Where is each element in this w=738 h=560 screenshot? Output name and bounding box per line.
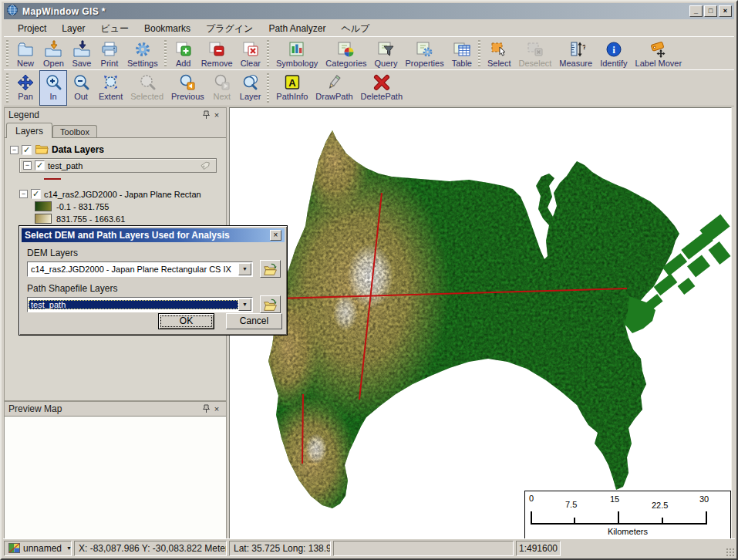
dem-layer-combobox[interactable]: c14_ras2.JGD2000 - Japan Plane Rectangul… <box>27 261 253 277</box>
menu-plugins[interactable]: プラグイン <box>198 20 261 38</box>
zoom-extent-button[interactable]: Extent <box>95 70 126 106</box>
collapse-icon[interactable]: − <box>23 161 32 170</box>
zoom-in-label: In <box>49 92 56 102</box>
zoom-in-button[interactable]: In <box>39 70 67 106</box>
properties-gear-icon <box>415 39 435 59</box>
cancel-button[interactable]: Cancel <box>226 313 282 329</box>
symbology-icon <box>287 39 307 59</box>
toolbar-grip[interactable] <box>6 40 8 66</box>
group-checkbox[interactable]: ✓ <box>22 145 32 155</box>
menu-bar: Project Layer ビュー Bookmarks プラグイン Path A… <box>4 21 734 36</box>
drawpath-pencil-icon <box>324 73 344 92</box>
dem-layer-value: c14_ras2.JGD2000 - Japan Plane Rectangul… <box>29 265 238 274</box>
preview-map-canvas[interactable] <box>5 416 226 540</box>
zoom-layer-label: Layer <box>240 92 261 102</box>
minimize-button[interactable]: _ <box>689 5 703 17</box>
collapse-icon[interactable]: − <box>10 146 19 154</box>
scale-tick-label: 0 <box>529 494 534 503</box>
folder-icon <box>35 143 49 156</box>
add-layer-icon <box>174 39 194 59</box>
pan-button[interactable]: Pan <box>12 70 39 106</box>
remove-layer-button[interactable]: Remove <box>197 37 237 69</box>
browse-dem-button[interactable] <box>260 260 281 278</box>
coordinates-readout: X: -83,087.986 Y: -30,083.822 Meters <box>74 541 227 556</box>
legend-close-icon[interactable]: × <box>211 110 222 120</box>
zoom-previous-button[interactable]: Previous <box>167 70 208 106</box>
measure-button[interactable]: ? Measure <box>555 37 596 69</box>
add-layer-button[interactable]: Add <box>170 37 197 69</box>
label-mover-label: Label Mover <box>635 59 682 69</box>
layer-checkbox[interactable]: ✓ <box>31 189 41 199</box>
dem-layers-label: DEM Layers <box>27 248 285 258</box>
settings-button[interactable]: Settings <box>123 37 162 69</box>
pin-icon[interactable] <box>201 110 211 120</box>
menu-project[interactable]: Project <box>10 21 54 36</box>
status-bar: unnamed ▼ X: -83,087.986 Y: -30,083.822 … <box>3 538 735 557</box>
resize-grip[interactable] <box>725 547 735 557</box>
maximize-button[interactable]: □ <box>704 5 717 17</box>
latlong-readout: Lat: 35.725 Long: 138.915 <box>229 541 331 556</box>
group-row-data-layers[interactable]: − ✓ Data Layers <box>10 143 224 156</box>
clear-layers-button[interactable]: Clear <box>237 37 265 69</box>
properties-button[interactable]: Properties <box>402 37 448 69</box>
identify-info-icon: i <box>604 39 624 59</box>
dropdown-arrow-icon[interactable]: ▼ <box>238 299 251 311</box>
settings-label: Settings <box>127 59 158 69</box>
toolbar-grip[interactable] <box>267 40 269 66</box>
pin-icon[interactable] <box>201 403 211 414</box>
project-selector[interactable]: unnamed ▼ <box>4 541 72 556</box>
zoom-layer-button[interactable]: Layer <box>236 70 265 106</box>
menu-help[interactable]: ヘルプ <box>333 20 377 38</box>
path-layer-combobox[interactable]: test_path ▼ <box>27 297 253 312</box>
preview-close-icon[interactable]: × <box>211 403 222 414</box>
categories-button[interactable]: Categories <box>322 37 370 69</box>
menu-layer[interactable]: Layer <box>54 21 93 36</box>
query-button[interactable]: Query <box>371 37 402 69</box>
tab-toolbox[interactable]: Toolbox <box>52 125 97 137</box>
pathinfo-button[interactable]: A PathInfo <box>272 70 312 106</box>
title-bar[interactable]: MapWindow GIS * _ □ × <box>4 3 734 19</box>
layer-row-raster[interactable]: − ✓ c14_ras2.JGD2000 - Japan Plane Recta… <box>19 189 224 199</box>
print-button[interactable]: Print <box>96 37 123 69</box>
tag-icon[interactable] <box>199 159 213 173</box>
toolbar-grip[interactable] <box>164 40 167 66</box>
table-icon <box>452 39 472 59</box>
label-mover-button[interactable]: Label Mover <box>632 37 686 69</box>
menu-bookmarks[interactable]: Bookmarks <box>136 21 198 36</box>
new-button[interactable]: New <box>12 37 39 69</box>
symbology-button[interactable]: Symbology <box>272 37 322 69</box>
open-label: Open <box>43 59 64 69</box>
deletepath-button[interactable]: DeletePath <box>357 70 406 106</box>
menu-view[interactable]: ビュー <box>93 20 136 38</box>
menu-path-analyzer[interactable]: Path Analyzer <box>261 21 333 36</box>
tab-layers[interactable]: Layers <box>6 123 52 138</box>
collapse-icon[interactable]: − <box>19 190 28 198</box>
select-button[interactable]: Select <box>484 37 515 69</box>
save-button[interactable]: Save <box>68 37 96 69</box>
table-button[interactable]: Table <box>448 37 476 69</box>
dialog-title-bar[interactable]: Select DEM and Path Layers Used for Anal… <box>22 228 285 242</box>
drawpath-button[interactable]: DrawPath <box>312 70 356 106</box>
dropdown-arrow-icon[interactable]: ▼ <box>238 263 251 275</box>
layer-checkbox[interactable]: ✓ <box>35 160 45 170</box>
app-window: MapWindow GIS * _ □ × Project Layer ビュー … <box>0 0 738 560</box>
identify-button[interactable]: i Identify <box>596 37 631 69</box>
class-label: 831.755 - 1663.61 <box>56 214 125 224</box>
toolbar-grip[interactable] <box>478 40 480 66</box>
ok-button[interactable]: OK <box>158 313 214 329</box>
path-layers-label: Path Shapefile Layers <box>27 283 285 294</box>
dialog-close-icon[interactable]: × <box>270 230 281 241</box>
map-canvas[interactable]: 0 7.5 15 22.5 30 Kilometers <box>229 107 732 541</box>
close-button[interactable]: × <box>719 5 732 17</box>
clear-layers-icon <box>241 39 261 59</box>
toolbar-grip[interactable] <box>267 73 269 103</box>
browse-path-button[interactable] <box>260 295 281 313</box>
layer-row-test-path[interactable]: − ✓ test_path <box>19 158 217 173</box>
toolbar-grip[interactable] <box>6 73 8 103</box>
scale-bar: 0 7.5 15 22.5 30 Kilometers <box>524 491 731 540</box>
layer-label: test_path <box>48 161 83 170</box>
zoom-layer-icon <box>241 73 261 92</box>
app-globe-icon <box>6 4 19 19</box>
open-button[interactable]: Open <box>39 37 68 69</box>
zoom-out-button[interactable]: Out <box>67 70 95 106</box>
